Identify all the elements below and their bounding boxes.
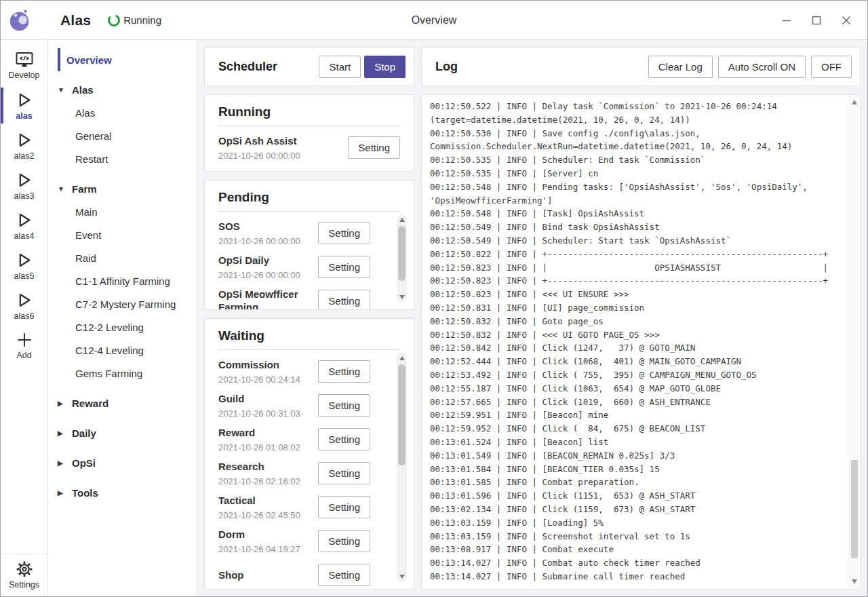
play-icon (15, 131, 33, 149)
task-setting-button[interactable]: Setting (318, 530, 370, 552)
scheduler-start-button[interactable]: Start (319, 56, 361, 78)
task-setting-button[interactable]: Setting (318, 222, 370, 244)
log-line: 00:12:50.522 | INFO | Delay task `Commis… (430, 100, 841, 113)
nav-item-label: Event (75, 229, 101, 241)
nav-item[interactable]: Gems Farming (48, 362, 197, 385)
scrollbar-thumb[interactable] (851, 460, 858, 558)
auto-scroll-off-button[interactable]: OFF (811, 56, 852, 78)
nav-item[interactable]: ▼ Farm (48, 177, 197, 200)
log-line: 00:12:50.832 | INFO | Goto page_os (430, 315, 841, 328)
nav-item[interactable]: ▶ Daily (48, 421, 197, 444)
nav-item[interactable]: ▶ OpSi (48, 451, 197, 474)
nav-item[interactable]: General (48, 124, 197, 147)
log-line: Commission.Scheduler.NextRun=datetime.da… (430, 140, 841, 153)
task-name: OpSi Ash Assist (218, 134, 348, 147)
task-setting-button[interactable]: Setting (318, 462, 370, 484)
task-setting-button[interactable]: Setting (348, 136, 400, 159)
nav-item[interactable]: C12-2 Leveling (48, 315, 197, 339)
maximize-button[interactable] (805, 9, 828, 32)
app-title: Alas (60, 12, 91, 28)
task-setting-button[interactable]: Setting (318, 360, 370, 383)
scroll-up-icon (852, 100, 857, 104)
play-icon (15, 251, 33, 269)
waiting-scrollbar[interactable] (397, 353, 407, 582)
close-button[interactable] (835, 9, 858, 32)
tree-arrow-icon: ▶ (58, 429, 72, 437)
rail-item-alas6[interactable]: alas6 (1, 286, 47, 326)
waiting-panel: Waiting Commission 2021-10-26 00:24:14 (204, 318, 414, 590)
nav-item-label: Alas (75, 107, 95, 119)
nav-item[interactable]: Alas (48, 101, 197, 124)
nav-item[interactable]: ▼ Alas (48, 78, 197, 101)
pending-scrollbar[interactable] (397, 214, 407, 303)
rail-item-label: Settings (9, 580, 39, 590)
rail-item-alas4[interactable]: alas4 (1, 206, 47, 246)
nav-item[interactable]: C12-4 Leveling (48, 339, 197, 362)
task-next-run: 2021-10-26 00:00:00 (218, 270, 318, 280)
nav-item[interactable]: Event (48, 223, 197, 246)
task-setting-button[interactable]: Setting (318, 428, 370, 450)
task-row: Shop Setting (218, 558, 370, 589)
nav-item[interactable]: C7-2 Mystery Farming (48, 292, 197, 315)
tree-arrow-icon: ▶ (58, 489, 72, 497)
nav-item[interactable]: Overview (58, 48, 197, 71)
scrollbar-thumb[interactable] (398, 226, 406, 281)
rail-item-alas2[interactable]: alas2 (1, 126, 47, 166)
task-setting-button[interactable]: Setting (318, 564, 370, 586)
rail-item-add[interactable]: Add (1, 326, 47, 366)
play-icon (15, 291, 33, 309)
log-line: 00:12:50.548 | INFO | [Task] OpsiAshAssi… (430, 207, 841, 220)
task-setting-button[interactable]: Setting (318, 256, 370, 278)
scrollbar-thumb[interactable] (398, 364, 406, 465)
rail-item-alas5[interactable]: alas5 (1, 246, 47, 286)
task-next-run: 2021-10-26 00:00:00 (218, 151, 348, 161)
log-line: 00:13:03.159 | INFO | [Loading] 5% (430, 516, 841, 530)
rail-item-alas3[interactable]: alas3 (1, 166, 47, 206)
log-line: 00:13:08.917 | INFO | Combat execute (430, 543, 841, 556)
rail-item-label: Add (16, 351, 31, 360)
log-line: 00:13:14.027 | INFO | Submarine call tim… (430, 570, 841, 583)
log-line: 00:13:01.585 | INFO | Combat preparation… (430, 476, 841, 489)
waiting-title: Waiting (218, 328, 400, 343)
task-setting-button[interactable]: Setting (318, 394, 370, 417)
log-scrollbar[interactable] (849, 96, 859, 588)
task-next-run: 2021-10-26 00:31:03 (218, 408, 318, 419)
task-setting-button[interactable]: Setting (318, 496, 370, 518)
rail-item-alas[interactable]: alas (1, 85, 47, 126)
rail-item-label: alas4 (14, 231, 35, 241)
task-row: SOS 2021-10-26 00:00:00 Setting (218, 216, 370, 250)
task-next-run: 2021-10-26 02:16:02 (218, 476, 318, 486)
clear-log-button[interactable]: Clear Log (648, 56, 713, 78)
play-icon (15, 211, 33, 229)
log-line: 00:12:50.832 | INFO | <<< UI GOTO PAGE_O… (430, 328, 841, 342)
minimize-button[interactable] (775, 9, 798, 32)
nav-item[interactable]: Main (48, 200, 197, 223)
log-line: 'OpsiMeowfficerFarming'] (430, 194, 841, 208)
auto-scroll-on-button[interactable]: Auto Scroll ON (718, 56, 806, 78)
scheduler-stop-button[interactable]: Stop (364, 56, 406, 78)
log-line: 00:12:52.444 | INFO | Click (1068, 401) … (430, 355, 841, 368)
task-row: Dorm 2021-10-26 04:19:27 Setting (218, 524, 370, 558)
task-setting-button[interactable]: Setting (318, 290, 370, 310)
task-next-run: 2021-10-26 02:45:50 (218, 510, 318, 520)
log-title: Log (435, 60, 648, 74)
nav-item-label: Restart (75, 153, 108, 165)
nav-item[interactable]: ▶ Tools (48, 481, 197, 504)
menu-sidebar: Overview ▼ Alas Alas General (48, 40, 197, 596)
nav-item-label: Farm (72, 183, 97, 195)
rail-item-settings[interactable]: Settings (1, 554, 47, 596)
rail-item-label: alas3 (14, 191, 35, 201)
gear-icon (16, 560, 33, 578)
log-line: 00:12:50.831 | INFO | [UI] page_commissi… (430, 301, 841, 315)
log-line: 00:12:50.530 | INFO | Save config ./conf… (430, 127, 841, 140)
task-row: Research 2021-10-26 02:16:02 Setting (218, 456, 370, 490)
task-row: Reward 2021-10-26 01:08:02 Setting (218, 422, 370, 456)
nav-item[interactable]: C1-1 Affinity Farming (48, 269, 197, 292)
nav-item-label: Raid (75, 252, 96, 264)
nav-item-label: C12-4 Leveling (75, 345, 144, 356)
nav-item[interactable]: Raid (48, 246, 197, 269)
nav-item[interactable]: ▶ Reward (48, 391, 197, 415)
plus-icon (16, 331, 33, 349)
rail-item-develop[interactable]: Develop (1, 45, 47, 85)
nav-item[interactable]: Restart (48, 147, 197, 170)
